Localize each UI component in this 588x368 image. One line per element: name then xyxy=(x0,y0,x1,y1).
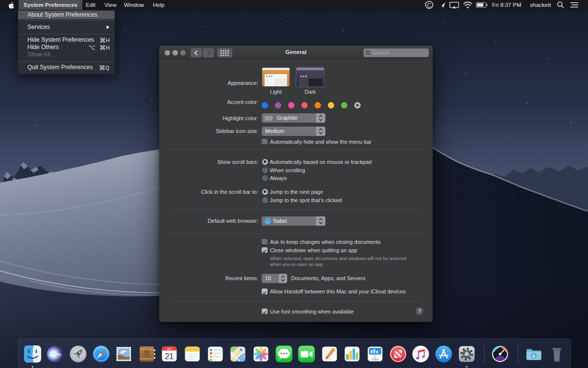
svg-text:H: H xyxy=(106,45,110,51)
svg-text:SEP: SEP xyxy=(167,348,172,350)
svg-text:21: 21 xyxy=(165,352,174,361)
svg-text:Q: Q xyxy=(105,65,109,71)
svg-text:H: H xyxy=(106,37,110,43)
